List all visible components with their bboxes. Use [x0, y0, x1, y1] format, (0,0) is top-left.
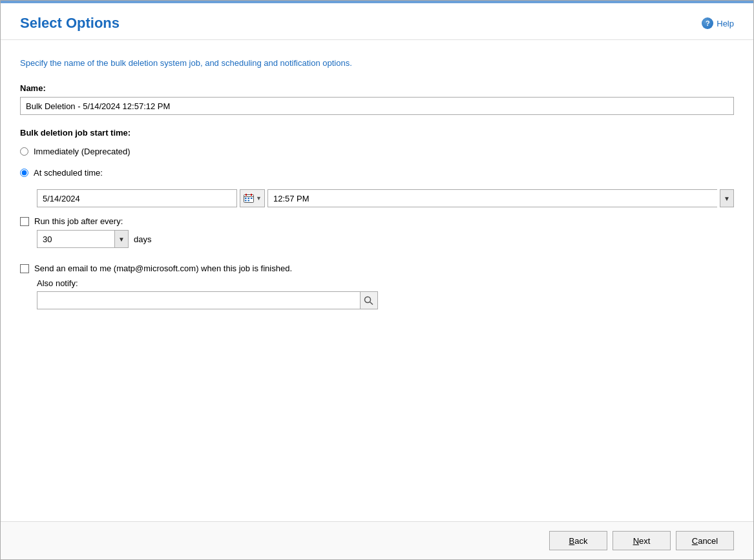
lookup-icon: [364, 296, 374, 305]
scheduled-option: At scheduled time:: [20, 168, 734, 178]
immediately-option: Immediately (Deprecated): [20, 147, 734, 156]
name-label: Name:: [20, 83, 734, 93]
also-notify-row: [37, 291, 734, 309]
calendar-button[interactable]: ▼: [240, 189, 265, 207]
footer: Back Next Cancel: [1, 521, 753, 559]
email-label: Send an email to me (matp@microsoft.com)…: [34, 264, 292, 273]
scheduled-radio[interactable]: [20, 169, 28, 177]
dialog-window: Select Options ? Help Specify the name o…: [0, 0, 754, 560]
time-input[interactable]: [267, 189, 717, 207]
days-label: days: [134, 234, 151, 244]
scheduled-inputs-row: ▼ ▼: [37, 189, 734, 207]
also-notify-input[interactable]: [37, 291, 360, 309]
time-dropdown-button[interactable]: ▼: [720, 189, 734, 207]
scheduled-label[interactable]: At scheduled time:: [34, 168, 103, 178]
page-title: Select Options: [20, 15, 120, 32]
svg-rect-4: [245, 198, 247, 199]
svg-line-10: [370, 302, 373, 305]
name-input[interactable]: [20, 97, 734, 115]
svg-rect-5: [248, 198, 250, 199]
email-section: Send an email to me (matp@microsoft.com)…: [20, 264, 734, 309]
svg-rect-2: [251, 194, 252, 196]
content-area: Specify the name of the bulk deletion sy…: [1, 40, 753, 521]
cancel-button[interactable]: Cancel: [676, 531, 734, 550]
svg-rect-6: [251, 198, 253, 199]
help-icon: ?: [702, 17, 713, 29]
start-time-section: Bulk deletion job start time: Immediatel…: [20, 128, 734, 248]
help-link[interactable]: ? Help: [702, 17, 734, 29]
svg-rect-7: [245, 200, 247, 202]
interval-input[interactable]: [37, 230, 114, 248]
calendar-icon: [243, 193, 255, 203]
email-row: Send an email to me (matp@microsoft.com)…: [20, 264, 734, 273]
help-label: Help: [717, 19, 734, 28]
lookup-button[interactable]: [360, 291, 378, 309]
interval-row: ▼ days: [37, 230, 734, 248]
run-after-label: Run this job after every:: [34, 216, 123, 226]
run-after-checkbox[interactable]: [20, 217, 29, 226]
email-checkbox[interactable]: [20, 264, 29, 273]
svg-rect-8: [248, 200, 250, 202]
start-time-label: Bulk deletion job start time:: [20, 128, 734, 138]
immediately-radio[interactable]: [20, 147, 28, 156]
also-notify-label: Also notify:: [37, 278, 734, 288]
back-label: Back: [569, 536, 588, 546]
next-button[interactable]: Next: [613, 531, 671, 550]
interval-dropdown-button[interactable]: ▼: [114, 230, 129, 248]
run-after-row: Run this job after every:: [20, 216, 734, 226]
name-section: Name:: [20, 83, 734, 115]
next-label: Next: [633, 536, 651, 546]
interval-chevron-icon: ▼: [118, 236, 125, 243]
date-input[interactable]: [37, 189, 237, 207]
calendar-dropdown-arrow: ▼: [256, 195, 262, 202]
description-text: Specify the name of the bulk deletion sy…: [20, 58, 734, 68]
time-chevron-icon: ▼: [724, 195, 730, 202]
header: Select Options ? Help: [1, 3, 753, 40]
cancel-label: Cancel: [692, 536, 718, 546]
svg-rect-1: [246, 194, 247, 196]
svg-point-9: [365, 297, 371, 303]
immediately-label[interactable]: Immediately (Deprecated): [34, 147, 131, 156]
back-button[interactable]: Back: [549, 531, 607, 550]
